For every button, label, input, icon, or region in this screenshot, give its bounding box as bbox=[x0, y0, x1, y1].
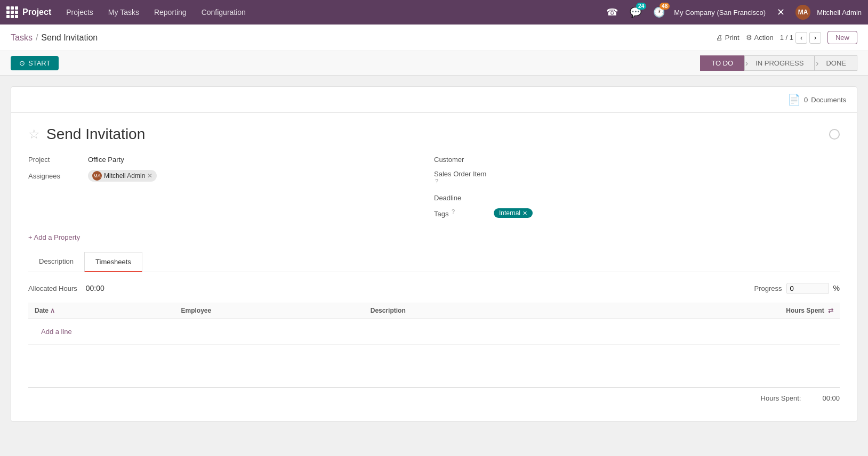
user-avatar[interactable]: MA bbox=[795, 5, 810, 20]
breadcrumb-actions: 🖨 Print ⚙ Action 1 / 1 ‹ › New bbox=[716, 31, 857, 44]
stage-done[interactable]: DONE bbox=[815, 55, 857, 71]
sales-order-help: ? bbox=[435, 178, 438, 184]
task-title-row: ☆ Send Invitation bbox=[28, 126, 840, 143]
tags-help: ? bbox=[452, 208, 455, 215]
main-nav: Projects My Tasks Reporting Configuratio… bbox=[60, 5, 604, 20]
breadcrumb: Tasks / Send Invitation bbox=[11, 33, 98, 43]
nav-configuration[interactable]: Configuration bbox=[195, 5, 252, 20]
sales-order-field-row: Sales Order Item ? bbox=[434, 170, 840, 188]
status-bar: ⊙ START TO DO IN PROGRESS DONE bbox=[0, 51, 868, 76]
allocated-hours-value: 00:00 bbox=[86, 284, 105, 292]
prev-button[interactable]: ‹ bbox=[795, 32, 807, 44]
user-name: Mitchell Admin bbox=[817, 9, 862, 17]
fields-grid: Project Office Party Assignees MA Mitche… bbox=[28, 156, 840, 225]
col-employee: Employee bbox=[174, 303, 364, 319]
hours-spent-label: Hours Spent: bbox=[761, 394, 801, 402]
task-status-circle[interactable] bbox=[829, 129, 840, 140]
table-header-row: Date ∧ Employee Description Hours Spent … bbox=[28, 303, 840, 319]
sort-icon[interactable]: ∧ bbox=[50, 307, 55, 314]
task-title[interactable]: Send Invitation bbox=[46, 126, 145, 143]
spacer bbox=[28, 345, 840, 387]
deadline-field-row: Deadline bbox=[434, 194, 840, 202]
nav-reporting[interactable]: Reporting bbox=[148, 5, 193, 20]
assignee-tag[interactable]: MA Mitchell Admin ✕ bbox=[88, 170, 157, 182]
navbar: Project Projects My Tasks Reporting Conf… bbox=[0, 0, 868, 25]
col-description: Description bbox=[364, 303, 575, 319]
hours-sort-icon[interactable]: ⇄ bbox=[828, 307, 833, 314]
documents-button[interactable]: 📄 0 Documents bbox=[787, 93, 846, 106]
stage-pipeline: TO DO IN PROGRESS DONE bbox=[700, 55, 857, 71]
col-date[interactable]: Date ∧ bbox=[28, 303, 174, 319]
messages-icon[interactable]: 💬 24 bbox=[627, 4, 644, 21]
nav-my-tasks[interactable]: My Tasks bbox=[102, 5, 146, 20]
tab-timesheets[interactable]: Timesheets bbox=[84, 252, 142, 272]
documents-label: Documents bbox=[811, 96, 846, 104]
tags-field-row: Tags ? Internal ✕ bbox=[434, 208, 840, 218]
printer-icon: 🖨 bbox=[716, 34, 723, 42]
timesheets-header: Allocated Hours 00:00 Progress % bbox=[28, 283, 840, 294]
stage-todo[interactable]: TO DO bbox=[700, 55, 744, 71]
hours-spent-value: 00:00 bbox=[822, 394, 840, 402]
tag-value: Internal bbox=[499, 209, 520, 217]
progress-field: Progress % bbox=[754, 283, 840, 294]
stage-inprogress[interactable]: IN PROGRESS bbox=[744, 55, 815, 71]
pagination: 1 / 1 ‹ › bbox=[780, 32, 821, 44]
activity-icon[interactable]: ☎ bbox=[604, 4, 621, 21]
hours-footer: Hours Spent: 00:00 bbox=[28, 387, 840, 409]
start-button[interactable]: ⊙ START bbox=[11, 56, 59, 70]
main-content: 📄 0 Documents ☆ Send Invitation Project … bbox=[0, 76, 868, 452]
breadcrumb-current: Send Invitation bbox=[41, 33, 98, 43]
clock-icon[interactable]: 🕐 48 bbox=[650, 4, 668, 21]
action-button[interactable]: ⚙ Action bbox=[746, 34, 774, 42]
task-card: 📄 0 Documents ☆ Send Invitation Project … bbox=[11, 86, 857, 422]
add-property-button[interactable]: + Add a Property bbox=[28, 233, 840, 241]
company-name: My Company (San Francisco) bbox=[674, 9, 766, 17]
assignees-label: Assignees bbox=[28, 172, 82, 180]
progress-label: Progress bbox=[754, 284, 782, 292]
timesheets-content: Allocated Hours 00:00 Progress % Da bbox=[28, 283, 840, 409]
right-fields: Customer Sales Order Item ? Deadline bbox=[434, 156, 840, 225]
gear-icon: ⚙ bbox=[746, 34, 752, 42]
new-button[interactable]: New bbox=[827, 31, 857, 44]
tab-description[interactable]: Description bbox=[28, 252, 84, 272]
remove-assignee-icon[interactable]: ✕ bbox=[147, 172, 152, 180]
pagination-label: 1 / 1 bbox=[780, 34, 793, 42]
tags-label: Tags ? bbox=[434, 208, 487, 218]
grid-icon bbox=[6, 6, 18, 18]
sales-order-label: Sales Order Item ? bbox=[434, 170, 487, 188]
customer-label: Customer bbox=[434, 156, 487, 164]
start-circle-icon: ⊙ bbox=[19, 59, 25, 67]
next-button[interactable]: › bbox=[809, 32, 821, 44]
tabs: Description Timesheets bbox=[28, 252, 840, 272]
assignee-name: Mitchell Admin bbox=[104, 172, 145, 180]
messages-badge: 24 bbox=[636, 3, 646, 10]
breadcrumb-parent[interactable]: Tasks bbox=[11, 33, 33, 43]
breadcrumb-bar: Tasks / Send Invitation 🖨 Print ⚙ Action… bbox=[0, 25, 868, 51]
allocated-hours-label: Allocated Hours bbox=[28, 284, 77, 292]
navbar-right: ☎ 💬 24 🕐 48 My Company (San Francisco) ✕… bbox=[604, 4, 862, 21]
project-field-row: Project Office Party bbox=[28, 156, 434, 164]
breadcrumb-separator: / bbox=[36, 33, 38, 43]
app-brand[interactable]: Project bbox=[6, 6, 51, 18]
nav-projects[interactable]: Projects bbox=[60, 5, 100, 20]
print-button[interactable]: 🖨 Print bbox=[716, 34, 740, 42]
project-label: Project bbox=[28, 156, 82, 164]
tag-internal[interactable]: Internal ✕ bbox=[494, 208, 533, 218]
assignee-avatar: MA bbox=[92, 171, 102, 181]
left-fields: Project Office Party Assignees MA Mitche… bbox=[28, 156, 434, 225]
remove-tag-icon[interactable]: ✕ bbox=[523, 210, 527, 217]
progress-unit: % bbox=[833, 284, 840, 292]
app-name: Project bbox=[22, 7, 51, 17]
timesheet-table: Date ∧ Employee Description Hours Spent … bbox=[28, 303, 840, 345]
add-line-button[interactable]: Add a line bbox=[35, 323, 833, 340]
settings-icon[interactable]: ✕ bbox=[772, 4, 789, 21]
clock-badge: 48 bbox=[660, 3, 670, 10]
table-empty-row: Add a line bbox=[28, 319, 840, 344]
progress-input[interactable] bbox=[786, 283, 829, 294]
assignees-field-row: Assignees MA Mitchell Admin ✕ bbox=[28, 170, 434, 182]
deadline-label: Deadline bbox=[434, 194, 487, 202]
favorite-star-icon[interactable]: ☆ bbox=[28, 127, 40, 142]
project-value[interactable]: Office Party bbox=[88, 156, 124, 164]
col-hours-spent: Hours Spent ⇄ bbox=[575, 303, 840, 319]
task-form: ☆ Send Invitation Project Office Party A… bbox=[11, 113, 857, 421]
